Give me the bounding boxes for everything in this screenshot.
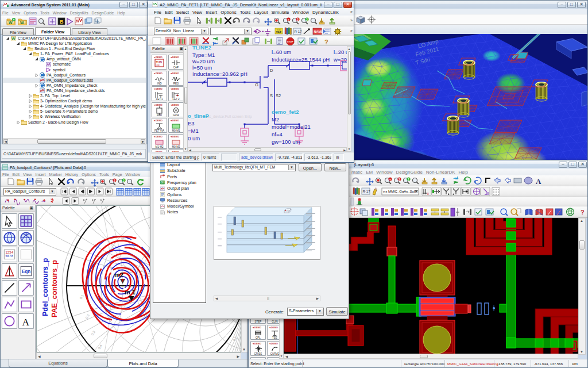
svg-text:M2: M2 (272, 116, 279, 122)
svg-text:S: S (270, 93, 273, 98)
svg-text:NAME: NAME (314, 30, 324, 33)
svg-text:l=50 um: l=50 um (192, 64, 212, 71)
svg-text:2: 2 (123, 179, 125, 182)
svg-text:ads_device:Full-screen Snip: ads_device:Full-screen Snip (205, 114, 252, 119)
svg-text:m2: m2 (114, 271, 123, 278)
svg-text:R·17: R·17 (295, 30, 303, 33)
svg-text:model=model21: model=model21 (272, 124, 311, 130)
svg-text:LIN: LIN (156, 64, 160, 67)
svg-text:Type=M1: Type=M1 (192, 52, 215, 58)
svg-text:2: 2 (297, 18, 299, 21)
svg-text:l=60 um: l=60 um (272, 49, 291, 55)
svg-text:1234: 1234 (5, 251, 13, 254)
svg-text:2: 2 (408, 178, 409, 181)
svg-text:demo_fet2: demo_fet2 (272, 109, 299, 115)
svg-text:m 1: m 1 (125, 289, 136, 296)
svg-text:?: ? (581, 209, 585, 216)
svg-text:2: 2 (399, 178, 400, 181)
svg-text:S2: S2 (276, 93, 281, 98)
svg-text:5678: 5678 (5, 254, 13, 258)
svg-text:gw=100 um: gw=100 um (272, 139, 300, 145)
svg-text:W: W (9, 21, 13, 25)
svg-text:?: ? (324, 39, 328, 45)
svg-text:o_tlineP: o_tlineP (188, 113, 210, 119)
svg-text:v,s MMIC_GaAs_Subs: v,s MMIC_GaAs_Subs (383, 190, 417, 193)
svg-text:A: A (22, 317, 29, 328)
svg-text:W: W (11, 37, 16, 41)
svg-text:w=20 um: w=20 um (192, 58, 215, 64)
svg-text:GHz: GHz (161, 182, 165, 185)
svg-text:Inductance=20.962 pH: Inductance=20.962 pH (192, 71, 247, 77)
svg-text:R·17: R·17 (363, 190, 371, 193)
svg-text:TLINE2: TLINE2 (192, 46, 211, 51)
svg-text:E3: E3 (188, 120, 195, 126)
svg-text:0 um: 0 um (188, 135, 200, 141)
svg-text:STOP: STOP (287, 40, 293, 43)
svg-text:2: 2 (114, 179, 115, 182)
svg-text:W: W (20, 21, 24, 25)
svg-text:+: + (389, 178, 391, 181)
svg-text:2: 2 (306, 18, 308, 21)
svg-text:G: G (255, 82, 258, 87)
svg-text:Eqn: Eqn (22, 269, 30, 274)
svg-text:B: B (60, 19, 64, 25)
svg-text:VAR: VAR (276, 31, 282, 34)
svg-text:A: A (536, 177, 541, 186)
svg-text:0: 0 (427, 192, 429, 195)
svg-text:D: D (270, 68, 273, 73)
svg-text:=M1: =M1 (188, 128, 199, 134)
svg-text:w=20: w=20 (333, 56, 347, 63)
svg-text:+: + (288, 18, 289, 21)
svg-text:l=20 u: l=20 u (334, 49, 347, 55)
svg-text:nf=4: nf=4 (272, 131, 283, 137)
